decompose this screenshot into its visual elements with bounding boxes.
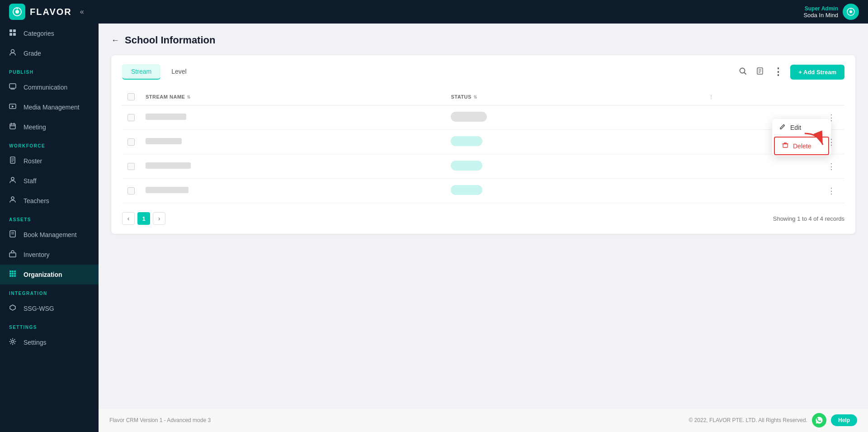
sidebar-item-label: Categories (24, 30, 54, 37)
page-content: ← School Information Stream Level (99, 24, 868, 408)
sidebar-item-organization[interactable]: Organization (0, 265, 99, 285)
row-checkbox[interactable] (127, 138, 135, 146)
logo-area: FLAVOR « (9, 4, 84, 20)
svg-point-23 (11, 197, 14, 199)
settings-icon (9, 338, 18, 347)
content-area: ← School Information Stream Level (99, 24, 868, 432)
section-label-publish: PUBLISH (0, 63, 99, 77)
footer-right: © 2022, FLAVOR PTE. LTD. All Rights Rese… (689, 413, 857, 427)
tab-stream[interactable]: Stream (122, 64, 160, 80)
media-icon (9, 103, 18, 112)
sidebar-item-settings[interactable]: Settings (0, 332, 99, 352)
svg-rect-28 (9, 271, 11, 272)
header-stream-name: STREAM NAME ⇅ (140, 89, 445, 105)
table-header-row: STREAM NAME ⇅ STATUS ⇅ (122, 89, 844, 105)
delete-menu-item[interactable]: Delete (774, 137, 829, 155)
section-label-assets: ASSETS (0, 211, 99, 225)
svg-point-4 (849, 10, 852, 13)
main-card: Stream Level ⋮ + Ad (111, 55, 855, 234)
categories-icon (9, 29, 18, 38)
page-title: School Information (125, 34, 215, 46)
table-wrapper: STREAM NAME ⇅ STATUS ⇅ (122, 89, 844, 203)
section-label-workforce: WORKFORCE (0, 137, 99, 151)
user-info: Super Admin Soda In Mind (803, 5, 838, 19)
tab-level[interactable]: Level (162, 64, 195, 80)
sidebar-item-label: SSG-WSG (24, 305, 54, 312)
row-checkbox-cell (122, 105, 140, 130)
sidebar-item-roster[interactable]: Roster (0, 151, 99, 171)
table-row: ⋮ Edit (122, 105, 844, 130)
sidebar-item-communication[interactable]: Communication (0, 77, 99, 97)
row-checkbox[interactable] (127, 114, 135, 121)
sidebar-item-label: Organization (24, 271, 62, 278)
staff-icon (9, 176, 18, 185)
sidebar-item-ssg-wsg[interactable]: SSG-WSG (0, 299, 99, 318)
search-icon[interactable] (737, 65, 749, 79)
page-1-button[interactable]: 1 (137, 212, 150, 225)
row-checkbox[interactable] (127, 187, 135, 195)
sort-icon-status: ⇅ (473, 95, 477, 100)
organization-icon (9, 270, 18, 279)
row-actions-button[interactable]: ⋮ (824, 160, 839, 173)
svg-rect-29 (12, 271, 14, 272)
status-cell (445, 154, 702, 179)
tabs: Stream Level (122, 64, 196, 80)
add-stream-button[interactable]: + Add Stream (790, 65, 844, 80)
book-icon (9, 230, 18, 239)
svg-rect-36 (14, 275, 16, 277)
inventory-icon (9, 250, 18, 259)
edit-menu-item[interactable]: Edit (772, 119, 831, 136)
select-all-checkbox[interactable] (127, 93, 135, 100)
section-label-settings: SETTINGS (0, 318, 99, 332)
row-checkbox[interactable] (127, 163, 135, 170)
svg-line-40 (745, 72, 746, 74)
tabs-toolbar: Stream Level ⋮ + Ad (122, 64, 844, 80)
prev-page-button[interactable]: ‹ (122, 212, 135, 225)
status-blurred (451, 112, 487, 122)
toolbar-actions: ⋮ + Add Stream (737, 64, 844, 80)
svg-rect-33 (14, 273, 16, 275)
sidebar-item-book-management[interactable]: Book Management (0, 225, 99, 245)
help-button[interactable]: Help (831, 414, 857, 426)
sort-icon-stream: ⇅ (187, 95, 191, 100)
whatsapp-button[interactable] (812, 413, 826, 427)
back-button[interactable]: ← (111, 36, 119, 45)
svg-point-38 (12, 341, 14, 343)
sidebar-item-meeting[interactable]: Meeting (0, 117, 99, 137)
sidebar-item-inventory[interactable]: Inventory (0, 245, 99, 265)
status-badge-blurred (451, 185, 482, 195)
main-layout: Categories Grade PUBLISH Communication M… (0, 24, 868, 432)
user-name: Soda In Mind (803, 12, 838, 19)
sidebar-item-label: Grade (24, 50, 41, 57)
collapse-button[interactable]: « (80, 8, 84, 16)
stream-table: STREAM NAME ⇅ STATUS ⇅ (122, 89, 844, 203)
stream-name-blurred (146, 187, 189, 193)
row-actions-button[interactable]: ⋮ (824, 185, 839, 197)
actions-cell: ⋮ Edit (702, 105, 844, 130)
table-row: ⋮ (122, 130, 844, 154)
more-options-icon[interactable]: ⋮ (771, 64, 785, 80)
grade-icon (9, 49, 18, 58)
top-header: FLAVOR « Super Admin Soda In Mind (0, 0, 868, 24)
export-icon[interactable] (754, 65, 766, 79)
svg-marker-13 (12, 105, 14, 108)
svg-marker-37 (10, 305, 15, 310)
status-badge-blurred (451, 136, 482, 146)
svg-rect-11 (9, 84, 16, 88)
sidebar-item-grade[interactable]: Grade (0, 43, 99, 63)
communication-icon (9, 83, 18, 92)
status-cell (445, 179, 702, 203)
status-badge-blurred (451, 161, 482, 171)
sidebar-item-teachers[interactable]: Teachers (0, 191, 99, 211)
svg-rect-9 (13, 33, 16, 36)
actions-dropdown-menu: Edit Delete (772, 119, 831, 156)
sidebar-item-categories[interactable]: Categories (0, 24, 99, 43)
sidebar-item-media-management[interactable]: Media Management (0, 97, 99, 117)
avatar[interactable] (843, 4, 859, 20)
next-page-button[interactable]: › (153, 212, 165, 225)
actions-cell: ⋮ (702, 154, 844, 179)
header-checkbox-cell (122, 89, 140, 105)
sidebar: Categories Grade PUBLISH Communication M… (0, 24, 99, 432)
teachers-icon (9, 196, 18, 205)
sidebar-item-staff[interactable]: Staff (0, 171, 99, 191)
